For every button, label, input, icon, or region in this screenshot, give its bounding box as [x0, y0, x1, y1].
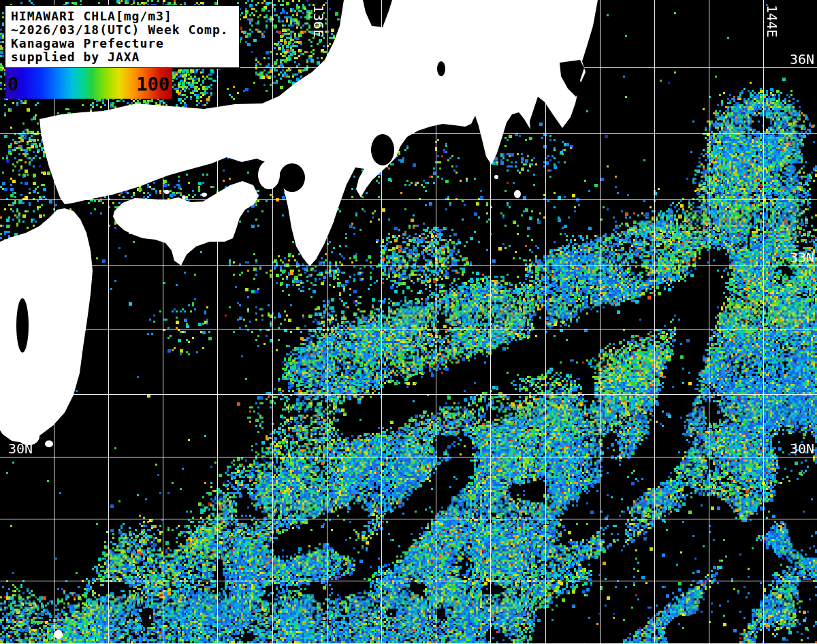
colorbar-max-label: 100 — [136, 68, 170, 99]
grid-label-33n: 33N — [784, 251, 814, 264]
title-line-date: ~2026/03/18(UTC) Week Comp. — [11, 23, 234, 37]
colorbar: 0 100 — [5, 68, 172, 99]
grid-label-30n: 30N — [784, 442, 814, 455]
title-line-source: supplied by JAXA — [11, 50, 234, 64]
grid-label-136e: 136E — [312, 5, 325, 37]
title-line-product: HIMAWARI CHLA[mg/m3] — [11, 10, 234, 23]
colorbar-min-label: 0 — [7, 68, 18, 99]
title-box: HIMAWARI CHLA[mg/m3] ~2026/03/18(UTC) We… — [4, 5, 240, 69]
grid-label-30n: 30N — [8, 442, 33, 455]
grid-label-144e: 144E — [765, 5, 779, 37]
title-line-region: Kanagawa Prefecture — [11, 37, 234, 50]
satellite-map-viewport: HIMAWARI CHLA[mg/m3] ~2026/03/18(UTC) We… — [0, 0, 817, 644]
grid-label-36n: 36N — [784, 52, 814, 66]
